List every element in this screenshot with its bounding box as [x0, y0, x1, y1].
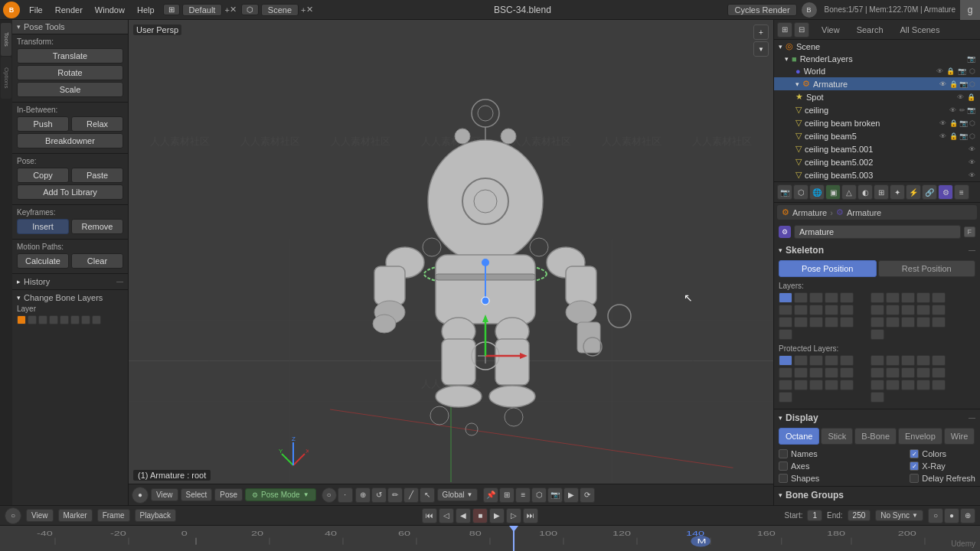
layer-23[interactable]: [886, 305, 900, 315]
prot-layer-10[interactable]: [840, 367, 854, 378]
end-value[interactable]: 250: [848, 510, 871, 521]
layer-dot-3[interactable]: [38, 315, 47, 324]
tl-icon3[interactable]: ⊕: [960, 508, 975, 523]
prot-layer-3[interactable]: [809, 355, 823, 366]
tree-cb5003-item[interactable]: ▽ ceiling beam5.003 👁: [774, 168, 980, 181]
tree-cb5001-item[interactable]: ▽ ceiling beam5.001 👁: [774, 142, 980, 155]
layer-15[interactable]: [840, 317, 854, 328]
breadcrumb-armature1[interactable]: Armature: [792, 208, 827, 217]
scene-selector[interactable]: Scene: [261, 4, 299, 16]
prot-layer-32[interactable]: [871, 392, 884, 403]
scale-button[interactable]: Scale: [17, 82, 123, 97]
rp-outliner-icon[interactable]: ⊞: [777, 22, 792, 37]
menu-window[interactable]: Window: [89, 4, 131, 16]
prot-layer-16[interactable]: [779, 392, 792, 403]
layout-close-icon[interactable]: ✕: [230, 5, 237, 15]
world-render[interactable]: ⬡: [969, 67, 975, 75]
wire-button[interactable]: Wire: [944, 428, 975, 445]
cb-lock[interactable]: 🔒: [949, 119, 958, 127]
prop-mesh-icon[interactable]: △: [841, 184, 857, 200]
next-frame-button[interactable]: ▷: [506, 508, 521, 523]
spot-eye[interactable]: 👁: [957, 93, 964, 101]
delay-refresh-checkbox[interactable]: [910, 474, 919, 483]
arm-icon-1[interactable]: 🔒: [949, 80, 958, 88]
menu-file[interactable]: File: [23, 4, 49, 16]
jump-end-button[interactable]: ⏭: [523, 508, 538, 523]
prot-layer-26[interactable]: [932, 367, 946, 378]
tools-tab[interactable]: Tools: [1, 23, 11, 56]
menu-help[interactable]: Help: [131, 4, 161, 16]
layer-27[interactable]: [871, 317, 884, 328]
prop-obj-icon[interactable]: ▣: [825, 184, 841, 200]
layer-8[interactable]: [809, 305, 823, 315]
ceiling-pencil[interactable]: ✏: [959, 106, 965, 114]
prop-mat-icon[interactable]: ◐: [858, 184, 873, 200]
vp-cursor-icon[interactable]: ↖: [420, 487, 435, 503]
layer-19[interactable]: [901, 292, 915, 303]
prot-layer-20[interactable]: [916, 355, 930, 366]
tree-cb5-item[interactable]: ▽ ceiling beam5 👁 🔒 📷 ⬡: [774, 129, 980, 142]
jump-start-button[interactable]: ⏮: [422, 508, 437, 523]
prop-data-icon[interactable]: ≡: [954, 184, 969, 200]
vp-grid-icon[interactable]: ⊞: [499, 487, 514, 503]
rp-tab-search[interactable]: Search: [849, 24, 891, 36]
timeline-body[interactable]: -40 -20 0 20 40 60 80 100 120: [0, 526, 980, 551]
xray-checkbox[interactable]: [910, 461, 919, 471]
cb5001-eye[interactable]: 👁: [969, 145, 975, 153]
layer-3[interactable]: [809, 292, 823, 303]
tree-armature-item[interactable]: ▾ ⚙ Armature 👁 🔒 📷 ⬡: [774, 77, 980, 90]
layer-25[interactable]: [916, 305, 930, 315]
prot-layer-6[interactable]: [779, 367, 792, 378]
prop-scene-icon[interactable]: ⬡: [793, 184, 808, 200]
layer-13[interactable]: [809, 317, 823, 328]
octane-button[interactable]: Octane: [779, 428, 819, 445]
arm-eye[interactable]: 👁: [939, 80, 946, 88]
vp-pencil-icon[interactable]: ✏: [387, 487, 403, 503]
tl-icon1[interactable]: ○: [928, 508, 943, 523]
layer-5[interactable]: [840, 292, 854, 303]
stop-button[interactable]: ■: [472, 508, 488, 523]
prot-layer-27[interactable]: [871, 380, 884, 390]
prot-layer-30[interactable]: [916, 380, 930, 390]
vp-pivot-selector[interactable]: Global ▼: [437, 488, 479, 501]
layer-4[interactable]: [825, 292, 838, 303]
prot-layer-1[interactable]: [779, 355, 792, 366]
prot-layer-25[interactable]: [916, 367, 930, 378]
cb-eye[interactable]: 👁: [939, 119, 946, 127]
remove-button[interactable]: Remove: [71, 219, 123, 234]
breadcrumb-armature2[interactable]: Armature: [847, 208, 881, 217]
layer-dot-2[interactable]: [28, 315, 37, 324]
breakdowner-button[interactable]: Breakdowner: [17, 133, 123, 148]
layer-30[interactable]: [916, 317, 930, 328]
prot-layer-18[interactable]: [886, 355, 900, 366]
blender-icon[interactable]: B: [3, 2, 20, 18]
layer-17[interactable]: [871, 292, 884, 303]
tree-renderlayers-item[interactable]: ▾ ■ RenderLayers 📷: [774, 53, 980, 65]
layer-dot-7[interactable]: [81, 315, 90, 324]
layer-10[interactable]: [840, 305, 854, 315]
prot-layer-22[interactable]: [871, 367, 884, 378]
cb5-eye[interactable]: 👁: [939, 132, 946, 140]
viewport[interactable]: User Persp 人人素材社区 人人素材社区 人人素材社区 人人素材社区 人…: [129, 20, 773, 505]
layer-1[interactable]: [779, 292, 792, 303]
prot-layer-4[interactable]: [825, 355, 838, 366]
prot-layer-23[interactable]: [886, 367, 900, 378]
prot-layer-11[interactable]: [779, 380, 792, 390]
layer-18[interactable]: [886, 292, 900, 303]
spot-lock[interactable]: 🔒: [967, 93, 975, 101]
prop-constraints-icon[interactable]: 🔗: [922, 184, 937, 200]
cb-cam[interactable]: 📷: [959, 119, 968, 127]
copy-button[interactable]: Copy: [17, 168, 69, 183]
tl-icon2[interactable]: ●: [944, 508, 959, 523]
layer-dot-5[interactable]: [60, 315, 69, 324]
translate-button[interactable]: Translate: [17, 48, 123, 64]
rp-tab-view[interactable]: View: [814, 24, 848, 36]
prot-layer-19[interactable]: [901, 355, 915, 366]
prot-layer-5[interactable]: [840, 355, 854, 366]
rp-tab-all-scenes[interactable]: All Scenes: [893, 24, 948, 36]
view-options-icon[interactable]: ▼: [753, 41, 769, 57]
playhead[interactable]: [513, 526, 514, 551]
world-lock[interactable]: 🔒: [946, 67, 955, 75]
vp-menu-view[interactable]: View: [151, 488, 178, 501]
prot-layer-2[interactable]: [794, 355, 808, 366]
